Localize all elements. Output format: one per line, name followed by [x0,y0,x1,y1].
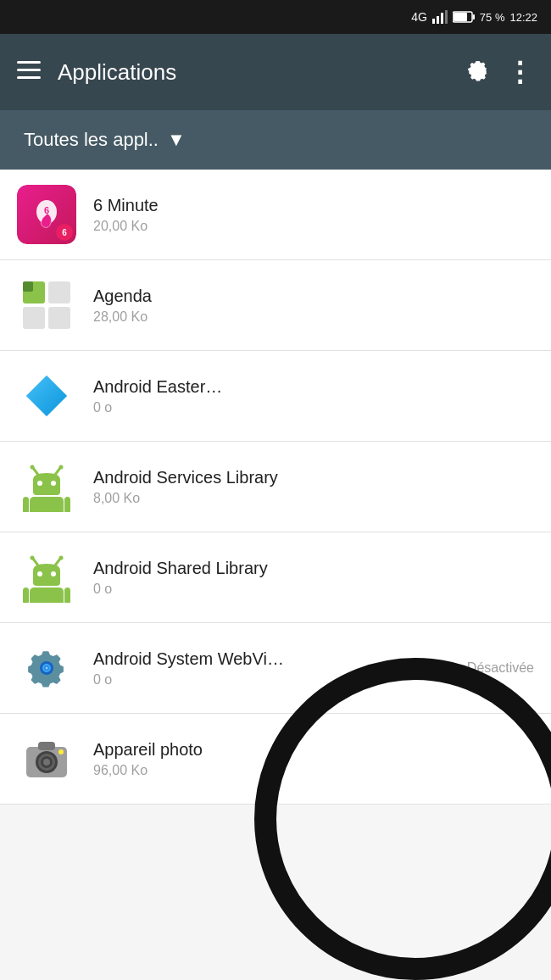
more-options-icon[interactable]: ⋮ [506,58,534,86]
app-icon [17,729,76,788]
app-name: Android Services Library [93,468,534,487]
filter-label: Toutes les appl.. [24,129,159,151]
app-name: Android System WebVi… [93,649,467,669]
svg-rect-3 [445,10,448,24]
svg-rect-9 [17,76,41,79]
list-item[interactable]: Android System WebVi… 0 o Désactivée [0,623,551,714]
app-bar-actions: ⋮ [465,57,534,88]
app-icon [17,457,76,516]
app-icon-camera [17,729,76,788]
list-item[interactable]: 6 6 6 Minute 20,00 Ko [0,170,551,260]
list-item[interactable]: Android Easter… 0 o [0,351,551,442]
app-icon: 6 6 [17,185,76,244]
app-icon-system-webview [17,638,76,698]
app-size: 28,00 Ko [93,309,534,325]
app-bar: Applications ⋮ [0,34,551,110]
app-info: Android System WebVi… 0 o [93,649,467,688]
app-badge: 6 [56,224,73,241]
app-info: 6 Minute 20,00 Ko [93,196,534,234]
app-name: Agenda [93,287,534,306]
svg-rect-38 [64,587,70,603]
app-info: Android Services Library 8,00 Ko [93,468,534,506]
svg-rect-26 [23,497,29,512]
battery-percent: 75 % [480,11,505,24]
svg-rect-27 [64,497,70,512]
svg-point-22 [59,465,64,470]
app-size: 8,00 Ko [93,491,534,506]
signal-icon: 4G [411,10,427,24]
svg-line-19 [33,468,38,475]
app-info: Android Shared Library 0 o [93,559,534,597]
svg-marker-18 [26,376,67,416]
app-icon-agenda [17,276,76,335]
svg-point-35 [51,571,56,576]
app-size: 0 o [93,672,467,688]
app-size: 0 o [93,582,534,597]
app-size: 20,00 Ko [93,219,534,234]
app-status: Désactivée [467,660,534,676]
svg-point-23 [37,481,42,486]
filter-dropdown-icon: ▼ [167,129,186,151]
filter-bar[interactable]: Toutes les appl.. ▼ [0,110,551,170]
svg-rect-14 [23,307,45,329]
battery-icon [453,11,475,23]
app-name: Android Easter… [93,377,534,397]
svg-line-20 [55,468,60,475]
svg-point-32 [31,556,35,560]
app-size: 0 o [93,400,534,415]
app-name: 6 Minute [93,196,534,215]
svg-rect-37 [23,587,29,603]
app-icon [17,276,76,335]
svg-point-50 [43,759,50,766]
svg-point-21 [31,465,35,470]
app-list: 6 6 6 Minute 20,00 Ko [0,170,551,805]
svg-rect-13 [48,281,70,303]
status-bar: 4G 75 % 12:22 [0,0,551,34]
hamburger-icon[interactable] [17,61,41,83]
svg-point-33 [59,556,64,560]
app-name: Android Shared Library [93,559,534,578]
list-item[interactable]: Appareil photo 96,00 Ko [0,714,551,805]
svg-rect-6 [454,13,467,21]
time-display: 12:22 [509,11,537,24]
svg-rect-1 [437,16,439,24]
svg-point-51 [58,749,64,754]
app-icon [17,548,76,607]
svg-line-30 [33,559,38,565]
svg-rect-7 [17,61,41,64]
list-item[interactable]: Android Services Library 8,00 Ko [0,442,551,532]
app-info: Android Easter… 0 o [93,377,534,415]
list-item[interactable]: Agenda 28,00 Ko [0,260,551,351]
svg-rect-0 [432,19,435,24]
page-title: Applications [58,59,448,86]
svg-point-34 [37,571,42,576]
app-icon [17,366,76,426]
list-item[interactable]: Android Shared Library 0 o [0,532,551,623]
app-info: Appareil photo 96,00 Ko [93,740,534,778]
status-icons: 4G 75 % 12:22 [411,10,537,24]
svg-rect-36 [30,587,64,603]
svg-rect-15 [48,307,70,329]
svg-point-44 [46,667,48,670]
app-size: 96,00 Ko [93,763,534,778]
svg-rect-8 [17,69,41,71]
svg-rect-46 [38,742,55,750]
svg-rect-25 [30,497,64,512]
settings-icon[interactable] [465,57,491,88]
svg-rect-2 [441,13,443,24]
app-icon-android-shared [17,548,76,607]
app-icon-easter [17,366,76,426]
svg-point-24 [51,481,56,486]
app-info: Agenda 28,00 Ko [93,287,534,325]
svg-rect-16 [23,281,33,292]
signal-bars-icon [432,10,448,24]
svg-line-31 [55,559,60,565]
svg-text:6: 6 [44,205,49,215]
svg-rect-5 [472,14,475,19]
app-icon [17,638,76,698]
app-name: Appareil photo [93,740,534,760]
app-icon-android-services [17,457,76,516]
app-icon-6min: 6 6 [17,185,76,244]
